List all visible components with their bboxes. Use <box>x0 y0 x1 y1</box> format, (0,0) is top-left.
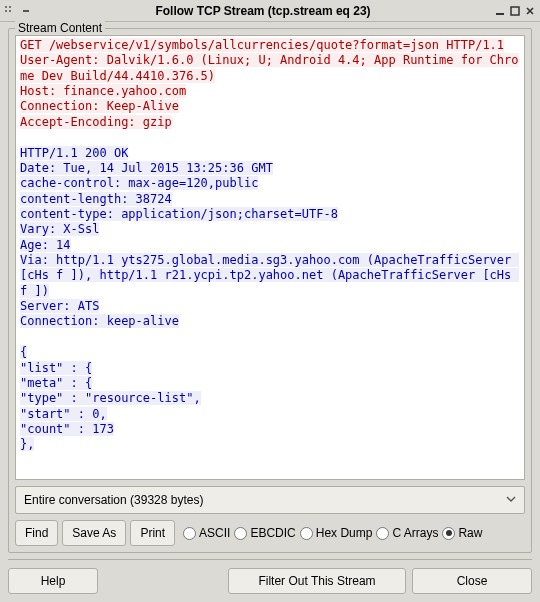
radio-off-icon <box>183 527 196 540</box>
svg-point-2 <box>5 10 7 12</box>
filter-out-button[interactable]: Filter Out This Stream <box>228 568 406 594</box>
stream-text-view[interactable]: GET /webservice/v1/symbols/allcurrencies… <box>15 35 525 480</box>
chevron-down-icon <box>506 493 516 507</box>
save-as-button[interactable]: Save As <box>62 520 126 546</box>
radio-raw[interactable]: Raw <box>442 526 482 540</box>
close-button[interactable]: Close <box>412 568 532 594</box>
stream-content-fieldset: Stream Content GET /webservice/v1/symbol… <box>8 28 532 553</box>
radio-off-icon <box>300 527 313 540</box>
radio-label: ASCII <box>199 526 230 540</box>
bottom-button-row: Help Filter Out This Stream Close <box>8 566 532 594</box>
radio-hexdump[interactable]: Hex Dump <box>300 526 373 540</box>
radio-off-icon <box>234 527 247 540</box>
radio-on-icon <box>442 527 455 540</box>
window-menu-icon[interactable] <box>4 5 16 17</box>
fieldset-label: Stream Content <box>15 21 105 35</box>
follow-tcp-stream-window: Follow TCP Stream (tcp.stream eq 23) Str… <box>0 0 540 602</box>
conversation-dropdown[interactable]: Entire conversation (39328 bytes) <box>15 486 525 514</box>
radio-label: C Arrays <box>392 526 438 540</box>
radio-ebcdic[interactable]: EBCDIC <box>234 526 295 540</box>
help-button[interactable]: Help <box>8 568 98 594</box>
print-button[interactable]: Print <box>130 520 175 546</box>
svg-rect-6 <box>511 7 519 15</box>
minimize-icon[interactable] <box>494 5 506 17</box>
window-pin-icon[interactable] <box>20 5 32 17</box>
maximize-icon[interactable] <box>509 5 521 17</box>
svg-point-0 <box>5 6 7 8</box>
radio-ascii[interactable]: ASCII <box>183 526 230 540</box>
radio-label: EBCDIC <box>250 526 295 540</box>
svg-rect-5 <box>496 13 504 15</box>
request-text: GET /webservice/v1/symbols/allcurrencies… <box>20 38 519 129</box>
action-row: Find Save As Print ASCII EBCDIC Hex Dump <box>15 520 525 546</box>
titlebar: Follow TCP Stream (tcp.stream eq 23) <box>0 0 540 22</box>
svg-point-3 <box>9 10 11 12</box>
format-radio-group: ASCII EBCDIC Hex Dump C Arrays <box>183 526 482 540</box>
svg-point-1 <box>9 6 11 8</box>
radio-label: Hex Dump <box>316 526 373 540</box>
content-area: Stream Content GET /webservice/v1/symbol… <box>0 22 540 602</box>
svg-rect-4 <box>23 10 29 12</box>
response-text: HTTP/1.1 200 OK Date: Tue, 14 Jul 2015 1… <box>20 146 519 452</box>
radio-label: Raw <box>458 526 482 540</box>
window-title: Follow TCP Stream (tcp.stream eq 23) <box>32 4 494 18</box>
separator <box>8 559 532 560</box>
radio-carrays[interactable]: C Arrays <box>376 526 438 540</box>
close-icon[interactable] <box>524 5 536 17</box>
dropdown-selected-text: Entire conversation (39328 bytes) <box>24 493 203 507</box>
find-button[interactable]: Find <box>15 520 58 546</box>
radio-off-icon <box>376 527 389 540</box>
